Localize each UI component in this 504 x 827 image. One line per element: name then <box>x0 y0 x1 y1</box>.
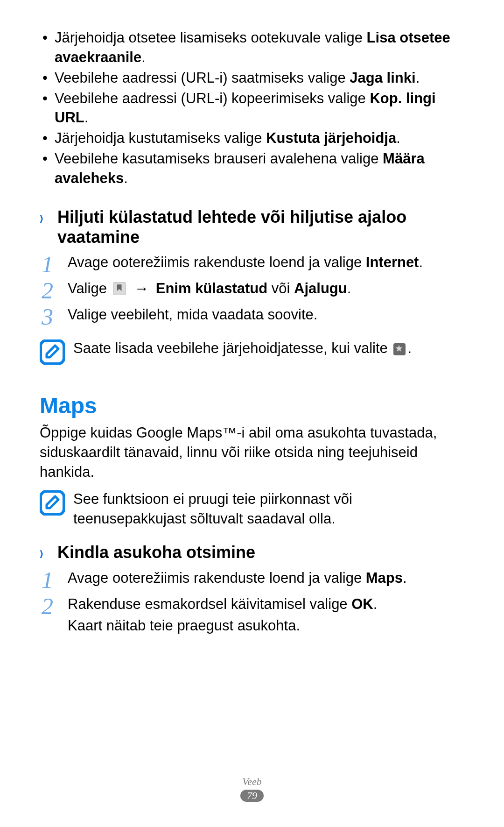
step-bold: Maps <box>366 570 403 586</box>
maps-intro: Õppige kuidas Google Maps™-i abil oma as… <box>40 423 464 482</box>
note-block: See funktsioon ei pruugi teie piirkonnas… <box>40 489 464 529</box>
step-item: 1 Avage ooterežiimis rakenduste loend ja… <box>40 567 464 593</box>
bullet-text-post: . <box>141 49 146 65</box>
bullet-text-post: . <box>396 130 400 146</box>
chevron-right-icon: › <box>40 208 43 227</box>
step-bold: Internet <box>366 254 419 270</box>
step-line2: Kaart näitab teie praegust asukohta. <box>68 617 300 634</box>
footer-section-label: Veeb <box>0 776 504 788</box>
step-item: 2 Valige → Enim külastatud või Ajalugu. <box>40 278 464 303</box>
bullet-text: Veebilehe kasutamiseks brauseri avalehen… <box>55 150 383 167</box>
bullet-text-post: . <box>124 170 128 186</box>
section-heading-recent: › Hiljuti külastatud lehtede või hiljuti… <box>40 207 464 247</box>
bullet-item: Veebilehe aadressi (URL-i) saatmiseks va… <box>40 68 464 88</box>
heading-text: Hiljuti külastatud lehtede või hiljutise… <box>57 207 406 247</box>
bullet-item: Veebilehe kasutamiseks brauseri avalehen… <box>40 149 464 188</box>
step-item: 1 Avage ooterežiimis rakenduste loend ja… <box>40 252 464 277</box>
step-mid: või <box>267 280 294 297</box>
chevron-right-icon: › <box>40 543 43 563</box>
note-post: . <box>407 340 412 356</box>
page-footer: Veeb 79 <box>0 776 504 802</box>
step-item: 2 Rakenduse esmakordsel käivitamisel val… <box>40 594 464 637</box>
step-text-post: . <box>373 596 378 612</box>
arrow-icon: → <box>134 278 149 300</box>
bullet-item: Järjehoidja otsetee lisamiseks ootekuval… <box>40 28 464 67</box>
bullet-text: Järjehoidja kustutamiseks valige <box>55 130 266 146</box>
step-bold: Ajalugu <box>294 280 347 297</box>
bullet-text: Järjehoidja otsetee lisamiseks ootekuval… <box>55 29 367 46</box>
star-icon <box>393 343 406 355</box>
step-text: Valige <box>68 280 111 297</box>
step-item: 3 Valige veebileht, mida vaadata soovite… <box>40 304 464 329</box>
bullet-text-post: . <box>84 109 89 126</box>
bullet-item: Veebilehe aadressi (URL-i) kopeerimiseks… <box>40 89 464 128</box>
bullet-list: Järjehoidja otsetee lisamiseks ootekuval… <box>40 28 464 188</box>
steps-list: 1 Avage ooterežiimis rakenduste loend ja… <box>40 567 464 637</box>
svg-rect-0 <box>41 340 64 364</box>
manual-page: Järjehoidja otsetee lisamiseks ootekuval… <box>0 0 504 827</box>
step-text-post: . <box>419 254 423 270</box>
step-bold: OK <box>351 596 373 612</box>
note-text: See funktsioon ei pruugi teie piirkonnas… <box>73 489 464 529</box>
step-text-post: . <box>347 280 351 297</box>
step-text-post: . <box>403 570 407 586</box>
note-pencil-icon <box>40 490 65 516</box>
section-heading-search-location: › Kindla asukoha otsimine <box>40 542 464 562</box>
bullet-text: Veebilehe aadressi (URL-i) kopeerimiseks… <box>55 90 370 106</box>
step-text: Avage ooterežiimis rakenduste loend ja v… <box>68 570 366 586</box>
bookmark-icon <box>113 282 126 295</box>
step-number: 2 <box>42 589 53 624</box>
step-text: Valige veebileht, mida vaadata soovite. <box>68 306 317 323</box>
svg-rect-1 <box>41 491 64 515</box>
step-bold: Enim külastatud <box>156 280 267 297</box>
bullet-text-post: . <box>416 70 420 86</box>
note-body: Saate lisada veebilehe järjehoidjatesse,… <box>73 340 392 356</box>
note-block: Saate lisada veebilehe järjehoidjatesse,… <box>40 339 464 365</box>
heading-text: Kindla asukoha otsimine <box>57 543 255 562</box>
step-text: Avage ooterežiimis rakenduste loend ja v… <box>68 254 366 270</box>
section-title-maps: Maps <box>40 393 464 418</box>
bullet-bold: Kustuta järjehoidja <box>266 130 396 146</box>
bullet-text: Veebilehe aadressi (URL-i) saatmiseks va… <box>55 70 350 86</box>
step-number: 3 <box>42 299 53 334</box>
step-text: Rakenduse esmakordsel käivitamisel valig… <box>68 596 351 612</box>
steps-list: 1 Avage ooterežiimis rakenduste loend ja… <box>40 252 464 329</box>
bullet-bold: Jaga linki <box>350 70 415 86</box>
note-text: Saate lisada veebilehe järjehoidjatesse,… <box>73 339 412 358</box>
note-pencil-icon <box>40 339 65 365</box>
bullet-item: Järjehoidja kustutamiseks valige Kustuta… <box>40 128 464 148</box>
page-number: 79 <box>240 790 264 802</box>
